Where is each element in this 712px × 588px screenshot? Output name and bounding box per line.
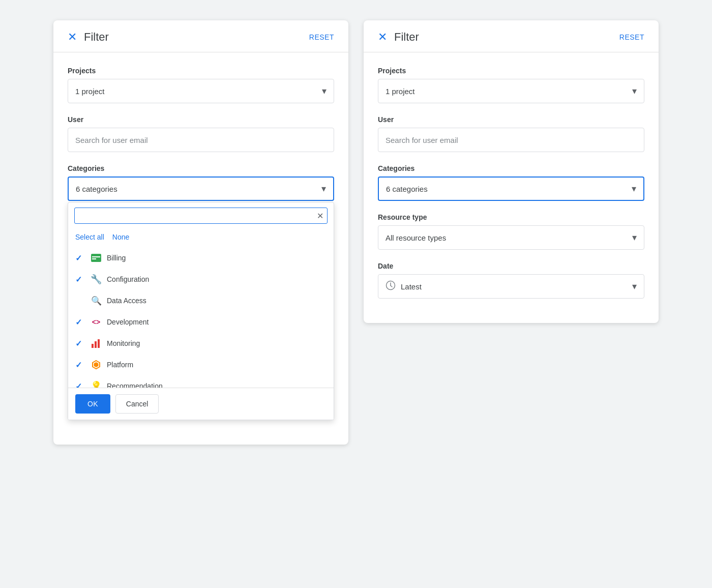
right-resource-type-label: Resource type [378,213,644,221]
right-categories-select[interactable]: 6 categories ▾ [378,177,644,201]
right-projects-label: Projects [378,67,644,75]
left-projects-group: Projects 1 project ▾ [68,67,334,103]
dropdown-footer: OK Cancel [68,388,334,420]
chevron-down-icon: ▾ [632,85,637,97]
recommendation-icon: 💡 [91,380,102,388]
chevron-down-icon: ▾ [632,281,637,292]
categories-dropdown-panel: ✕ Select all None ✓ Billing [68,202,334,420]
development-icon: <> [91,316,102,328]
dropdown-search-area: ✕ [68,202,334,229]
category-item-billing[interactable]: ✓ Billing [68,247,334,269]
checkmark-monitoring: ✓ [75,339,85,348]
right-date-group: Date Latest ▾ [378,262,644,299]
left-categories-value: 6 categories [76,185,117,193]
left-projects-value: 1 project [75,87,105,96]
checkmark-development: ✓ [75,317,85,327]
right-resource-type-group: Resource type All resource types ▾ [378,213,644,250]
right-projects-group: Projects 1 project ▾ [378,67,644,103]
category-list: ✓ Billing ✓ 🔧 Configuration ✓ [68,245,334,388]
right-projects-value: 1 project [385,87,415,96]
left-panel-title: Filter [84,31,109,44]
category-name-development: Development [107,318,327,326]
svg-rect-5 [98,339,100,348]
category-item-recommendation[interactable]: ✓ 💡 Recommendation [68,375,334,388]
svg-rect-4 [95,341,97,348]
left-panel-header: ✕ Filter RESET [53,20,348,52]
right-user-group: User [378,115,644,152]
left-user-label: User [68,115,334,124]
right-reset-button[interactable]: RESET [619,33,644,41]
category-item-data-access[interactable]: ✓ 🔍 Data Access [68,290,334,311]
checkmark-billing: ✓ [75,253,85,263]
category-name-monitoring: Monitoring [107,339,327,347]
right-header-left: ✕ Filter [378,31,419,44]
svg-line-10 [391,285,392,287]
platform-icon [91,359,102,370]
svg-rect-1 [92,256,100,257]
left-user-search-box[interactable] [68,128,334,152]
date-value-with-icon: Latest [385,280,422,293]
chevron-down-icon: ▾ [632,232,637,243]
left-categories-label: Categories [68,164,334,172]
data-access-icon: 🔍 [91,295,102,306]
right-resource-type-value: All resource types [385,233,446,242]
right-panel-header: ✕ Filter RESET [364,20,659,52]
ok-button[interactable]: OK [75,394,110,414]
right-date-value: Latest [401,282,422,291]
category-name-data-access: Data Access [107,297,327,305]
monitoring-icon [91,338,102,349]
header-left: ✕ Filter [68,31,109,44]
checkmark-platform: ✓ [75,360,85,370]
right-panel-title: Filter [394,31,419,44]
left-reset-button[interactable]: RESET [309,33,334,41]
right-categories-value: 6 categories [386,185,428,193]
right-user-label: User [378,115,644,124]
configuration-icon: 🔧 [91,274,102,285]
category-item-monitoring[interactable]: ✓ Monitoring [68,333,334,354]
cancel-button[interactable]: Cancel [115,394,159,414]
chevron-down-icon: ▾ [632,183,636,194]
right-user-search-input[interactable] [385,136,637,144]
close-icon[interactable]: ✕ [68,32,77,43]
dropdown-search-input[interactable] [74,208,328,224]
category-name-configuration: Configuration [107,275,327,283]
right-projects-select[interactable]: 1 project ▾ [378,79,644,103]
svg-marker-7 [94,362,99,367]
chevron-down-icon: ▾ [321,183,326,194]
svg-rect-3 [92,344,94,348]
right-close-icon[interactable]: ✕ [378,32,387,43]
right-filter-panel: ✕ Filter RESET Projects 1 project ▾ User… [364,20,659,323]
checkmark-recommendation: ✓ [75,381,85,388]
category-item-platform[interactable]: ✓ Platform [68,354,334,375]
right-date-label: Date [378,262,644,270]
left-categories-group: Categories 6 categories ▾ ✕ Select all N… [68,164,334,420]
left-projects-label: Projects [68,67,334,75]
category-name-recommendation: Recommendation [107,382,327,388]
left-user-search-input[interactable] [75,136,327,144]
category-item-development[interactable]: ✓ <> Development [68,311,334,333]
category-item-configuration[interactable]: ✓ 🔧 Configuration [68,269,334,290]
billing-icon [91,252,102,263]
right-categories-label: Categories [378,164,644,172]
right-resource-type-select[interactable]: All resource types ▾ [378,225,644,250]
svg-rect-0 [91,254,101,262]
left-panel-body: Projects 1 project ▾ User Categories 6 c… [53,52,348,445]
left-projects-select[interactable]: 1 project ▾ [68,79,334,103]
left-filter-panel: ✕ Filter RESET Projects 1 project ▾ User… [53,20,348,445]
clear-search-button[interactable]: ✕ [317,211,323,221]
left-categories-select[interactable]: 6 categories ▾ [68,177,334,201]
clock-icon [385,280,396,293]
select-all-link[interactable]: Select all [75,233,104,241]
select-actions: Select all None [68,229,334,245]
right-panel-body: Projects 1 project ▾ User Categories 6 c… [364,52,659,323]
right-user-search-box[interactable] [378,128,644,152]
none-link[interactable]: None [112,233,129,241]
svg-rect-2 [92,258,96,259]
category-name-billing: Billing [107,254,327,262]
category-name-platform: Platform [107,361,327,369]
dropdown-search-wrapper: ✕ [74,208,328,224]
right-date-select[interactable]: Latest ▾ [378,274,644,299]
left-user-group: User [68,115,334,152]
right-categories-group: Categories 6 categories ▾ [378,164,644,201]
checkmark-configuration: ✓ [75,275,85,284]
